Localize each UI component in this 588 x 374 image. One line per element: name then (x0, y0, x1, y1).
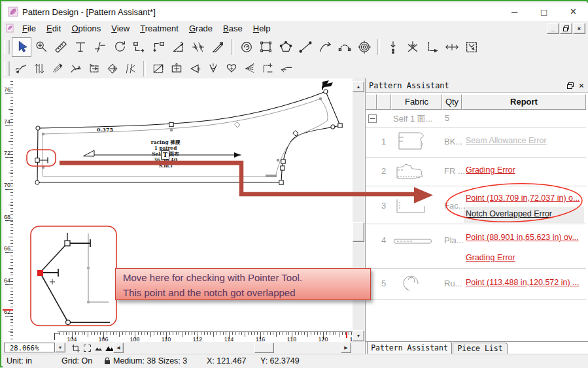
hruler-label: 108 (125, 336, 145, 342)
zoom-icon[interactable] (31, 37, 51, 57)
cpoint-icon[interactable] (423, 37, 442, 57)
report-link[interactable]: Seam Allowance Error (466, 136, 547, 145)
row-fabric: Ru... (444, 279, 462, 288)
fit-frame-icon[interactable] (70, 343, 81, 353)
boxsel-icon[interactable] (462, 37, 481, 57)
rotate-icon[interactable] (110, 37, 130, 57)
col-header-fabric[interactable]: Fabric (391, 94, 442, 110)
report-link[interactable]: Point (88.901 in,65.623 in) ov... (466, 233, 579, 242)
mdi-minimize-icon[interactable]: _ (547, 23, 559, 34)
text-icon[interactable] (71, 37, 90, 57)
minimize-button[interactable]: ─ (500, 3, 529, 21)
close-button[interactable]: × (559, 3, 588, 21)
mvpoint-icon[interactable] (48, 60, 67, 77)
movey-icon[interactable] (149, 37, 169, 57)
cornert-icon[interactable] (259, 60, 277, 77)
col-header-qty[interactable]: Qty (442, 94, 462, 110)
walk-icon[interactable] (237, 37, 256, 57)
polygon-icon[interactable] (276, 37, 296, 57)
mpoint-icon[interactable] (442, 37, 462, 57)
cornerc-icon[interactable] (277, 60, 296, 77)
zoom-dropdown-icon[interactable]: ▼ (55, 343, 65, 352)
scroll-left-icon[interactable]: ◀ (113, 343, 124, 353)
menu-edit[interactable]: Edit (41, 22, 66, 35)
piece-outer-contour (37, 92, 340, 182)
dotarc-icon[interactable] (335, 37, 355, 57)
wave-icon[interactable] (12, 60, 30, 77)
menu-help[interactable]: Help (248, 22, 276, 35)
dartl-icon[interactable] (186, 60, 204, 77)
circles-icon[interactable] (355, 37, 374, 57)
drawing-canvas[interactable]: racing 裤腰 1 paired Self 1 面布 36,38,40 S.… (13, 78, 353, 342)
report-link[interactable]: Notch Overlapped Error (466, 209, 552, 218)
fit-window-icon[interactable] (82, 343, 93, 353)
scroll-right-icon[interactable]: ▶ (341, 343, 351, 353)
shiftxy-icon[interactable] (188, 37, 208, 57)
vscroll-thumb[interactable] (353, 222, 364, 242)
break-icon[interactable] (90, 37, 110, 57)
vertical-ruler: 76 74 72 70 68 66 64 62 (3, 78, 14, 342)
col-header-index (377, 94, 391, 110)
report-link[interactable]: Point (113.488 in,120.572 in) ... (466, 278, 579, 287)
panel-title-bar: Pattern Assistant × (366, 78, 588, 93)
line-icon[interactable] (296, 37, 315, 57)
zoom-out-mountain-icon[interactable] (93, 343, 104, 353)
curve-icon[interactable] (315, 37, 335, 57)
hscroll-thumb[interactable] (254, 343, 274, 353)
panel-close-icon[interactable]: × (577, 81, 586, 90)
pleat-icon[interactable] (30, 60, 48, 77)
notchmv-icon[interactable] (122, 60, 140, 77)
dartsym-icon[interactable] (103, 60, 122, 77)
menu-options[interactable]: Options (66, 22, 106, 35)
menu-treatment[interactable]: Treatment (135, 22, 184, 35)
collapse-icon[interactable] (368, 114, 377, 123)
zoom-level-input[interactable]: 28.066% (4, 343, 55, 352)
menu-base[interactable]: Base (218, 22, 248, 35)
report-link[interactable]: Grading Error (466, 253, 515, 262)
xpoint-icon[interactable] (403, 37, 423, 57)
rect-icon[interactable] (256, 37, 276, 57)
hearts-icon[interactable] (222, 60, 241, 77)
ruler-origin-mark (54, 333, 60, 340)
hruler-label: 104 (62, 336, 82, 342)
mirror-icon[interactable] (149, 60, 167, 77)
sizebox-icon[interactable] (167, 60, 186, 77)
menu-file[interactable]: File (17, 22, 41, 35)
app-logo-icon (8, 7, 18, 17)
scroll-up-icon[interactable]: ▲ (353, 81, 364, 92)
scroll-down-icon[interactable]: ▼ (353, 330, 364, 341)
toolbar-separator (377, 39, 380, 55)
movex-icon[interactable] (130, 37, 149, 57)
col-header-expand (366, 94, 377, 110)
dpoint-icon[interactable] (383, 37, 403, 57)
mdi-close-icon[interactable]: × (573, 23, 585, 34)
menu-grade[interactable]: Grade (184, 22, 218, 35)
arcmeasure-icon[interactable] (67, 60, 85, 77)
menu-view[interactable]: View (106, 22, 135, 35)
pointer-icon[interactable] (12, 37, 31, 57)
mdi-restore-icon[interactable] (560, 23, 572, 34)
hruler-label: 120 (313, 336, 333, 342)
skew-icon[interactable] (169, 37, 188, 57)
col-header-report[interactable]: Report (462, 94, 586, 110)
maximize-button[interactable]: □ (529, 3, 559, 21)
pen-icon[interactable] (208, 37, 228, 57)
row-fabric: Pla... (444, 235, 464, 245)
fanv-icon[interactable] (204, 60, 222, 77)
status-size: Medium: 38 Sizes: 3 (113, 356, 187, 366)
measure-icon[interactable] (51, 37, 71, 57)
text-marker-box[interactable]: T (161, 150, 169, 160)
lock-icon (104, 357, 111, 367)
report-link[interactable]: Grading Error (466, 165, 515, 175)
fanr-icon[interactable] (241, 60, 259, 77)
tooltip-line2: This point and the notch got overlapped (123, 285, 370, 300)
tab-piece-list[interactable]: Piece List (453, 343, 508, 354)
panel-dock-icon[interactable] (566, 81, 575, 90)
canvas-vscrollbar[interactable]: ▲ ▼ (353, 78, 364, 342)
stretch-icon[interactable] (85, 60, 103, 77)
tab-pattern-assistant[interactable]: Pattern Assistant (367, 341, 452, 354)
report-link[interactable]: Point (103.709 in,72.037 in) o... (466, 194, 579, 203)
curve-point-diamond (235, 122, 240, 128)
pattern-assistant-panel: Pattern Assistant × Fabric Qty Report Se… (365, 78, 588, 354)
vruler-label: 74 (3, 118, 10, 125)
